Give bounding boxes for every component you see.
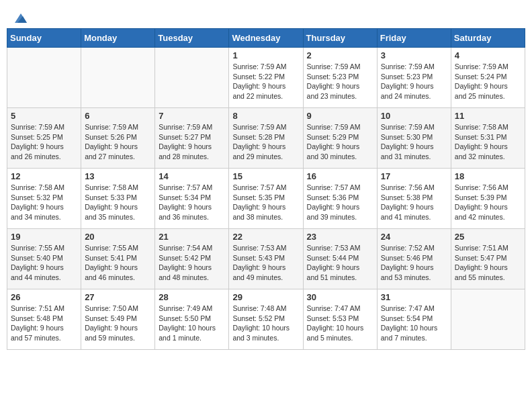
logo-icon <box>13 12 28 24</box>
calendar-cell: 12Sunrise: 7:58 AM Sunset: 5:32 PM Dayli… <box>7 169 81 229</box>
calendar-cell: 22Sunrise: 7:53 AM Sunset: 5:43 PM Dayli… <box>229 229 303 289</box>
weekday-header-tuesday: Tuesday <box>155 29 229 48</box>
day-info: Sunrise: 7:51 AM Sunset: 5:48 PM Dayligh… <box>11 304 77 343</box>
calendar-cell <box>81 48 155 108</box>
calendar-week-row: 26Sunrise: 7:51 AM Sunset: 5:48 PM Dayli… <box>7 289 525 350</box>
calendar-week-row: 19Sunrise: 7:55 AM Sunset: 5:40 PM Dayli… <box>7 229 525 289</box>
day-number: 13 <box>85 171 151 181</box>
day-number: 16 <box>307 171 373 181</box>
day-info: Sunrise: 7:55 AM Sunset: 5:40 PM Dayligh… <box>11 243 77 283</box>
calendar-cell: 10Sunrise: 7:59 AM Sunset: 5:30 PM Dayli… <box>377 108 451 169</box>
calendar-cell: 27Sunrise: 7:50 AM Sunset: 5:49 PM Dayli… <box>81 289 155 350</box>
day-info: Sunrise: 7:51 AM Sunset: 5:47 PM Dayligh… <box>455 243 521 283</box>
calendar-body: 1Sunrise: 7:59 AM Sunset: 5:22 PM Daylig… <box>7 48 525 350</box>
day-info: Sunrise: 7:49 AM Sunset: 5:50 PM Dayligh… <box>159 304 225 343</box>
weekday-header-monday: Monday <box>81 29 155 48</box>
day-number: 31 <box>381 292 447 302</box>
day-info: Sunrise: 7:59 AM Sunset: 5:26 PM Dayligh… <box>85 122 151 162</box>
day-number: 5 <box>11 111 77 121</box>
day-number: 10 <box>381 111 447 121</box>
day-number: 14 <box>159 171 225 181</box>
day-number: 9 <box>307 111 373 121</box>
day-info: Sunrise: 7:56 AM Sunset: 5:39 PM Dayligh… <box>455 183 521 222</box>
logo <box>13 12 28 24</box>
day-number: 30 <box>307 292 373 302</box>
calendar-week-row: 12Sunrise: 7:58 AM Sunset: 5:32 PM Dayli… <box>7 169 525 229</box>
calendar-cell: 25Sunrise: 7:51 AM Sunset: 5:47 PM Dayli… <box>451 229 525 289</box>
calendar-cell: 18Sunrise: 7:56 AM Sunset: 5:39 PM Dayli… <box>451 169 525 229</box>
calendar-cell: 14Sunrise: 7:57 AM Sunset: 5:34 PM Dayli… <box>155 169 229 229</box>
day-info: Sunrise: 7:59 AM Sunset: 5:23 PM Dayligh… <box>307 62 373 101</box>
calendar-cell: 4Sunrise: 7:59 AM Sunset: 5:24 PM Daylig… <box>451 48 525 108</box>
weekday-header-wednesday: Wednesday <box>229 29 303 48</box>
day-number: 17 <box>381 171 447 181</box>
calendar-cell: 23Sunrise: 7:53 AM Sunset: 5:44 PM Dayli… <box>303 229 377 289</box>
calendar-week-row: 1Sunrise: 7:59 AM Sunset: 5:22 PM Daylig… <box>7 48 525 108</box>
calendar-cell: 20Sunrise: 7:55 AM Sunset: 5:41 PM Dayli… <box>81 229 155 289</box>
day-info: Sunrise: 7:48 AM Sunset: 5:52 PM Dayligh… <box>232 304 299 343</box>
day-info: Sunrise: 7:59 AM Sunset: 5:27 PM Dayligh… <box>159 122 225 162</box>
day-info: Sunrise: 7:59 AM Sunset: 5:25 PM Dayligh… <box>11 122 77 162</box>
calendar-week-row: 5Sunrise: 7:59 AM Sunset: 5:25 PM Daylig… <box>7 108 525 169</box>
calendar-cell: 31Sunrise: 7:47 AM Sunset: 5:54 PM Dayli… <box>377 289 451 350</box>
day-info: Sunrise: 7:59 AM Sunset: 5:23 PM Dayligh… <box>381 62 447 101</box>
day-info: Sunrise: 7:59 AM Sunset: 5:22 PM Dayligh… <box>232 62 299 101</box>
day-number: 29 <box>232 292 299 302</box>
calendar-cell: 30Sunrise: 7:47 AM Sunset: 5:53 PM Dayli… <box>303 289 377 350</box>
weekday-header-saturday: Saturday <box>451 29 525 48</box>
day-info: Sunrise: 7:58 AM Sunset: 5:32 PM Dayligh… <box>11 183 77 222</box>
day-number: 3 <box>381 50 447 60</box>
day-info: Sunrise: 7:50 AM Sunset: 5:49 PM Dayligh… <box>85 304 151 343</box>
calendar-cell: 15Sunrise: 7:57 AM Sunset: 5:35 PM Dayli… <box>229 169 303 229</box>
day-info: Sunrise: 7:57 AM Sunset: 5:35 PM Dayligh… <box>232 183 299 222</box>
calendar-cell: 5Sunrise: 7:59 AM Sunset: 5:25 PM Daylig… <box>7 108 81 169</box>
day-number: 1 <box>232 50 299 60</box>
calendar-cell: 29Sunrise: 7:48 AM Sunset: 5:52 PM Dayli… <box>229 289 303 350</box>
day-info: Sunrise: 7:59 AM Sunset: 5:29 PM Dayligh… <box>307 122 373 162</box>
calendar-cell: 17Sunrise: 7:56 AM Sunset: 5:38 PM Dayli… <box>377 169 451 229</box>
day-number: 22 <box>232 232 299 242</box>
calendar-cell: 8Sunrise: 7:59 AM Sunset: 5:28 PM Daylig… <box>229 108 303 169</box>
day-number: 23 <box>307 232 373 242</box>
day-number: 7 <box>159 111 225 121</box>
weekday-header-sunday: Sunday <box>7 29 81 48</box>
calendar-table: SundayMondayTuesdayWednesdayThursdayFrid… <box>7 28 525 350</box>
day-info: Sunrise: 7:58 AM Sunset: 5:33 PM Dayligh… <box>85 183 151 222</box>
calendar-header-row: SundayMondayTuesdayWednesdayThursdayFrid… <box>7 29 525 48</box>
calendar-cell: 1Sunrise: 7:59 AM Sunset: 5:22 PM Daylig… <box>229 48 303 108</box>
calendar-cell: 11Sunrise: 7:58 AM Sunset: 5:31 PM Dayli… <box>451 108 525 169</box>
weekday-header-friday: Friday <box>377 29 451 48</box>
weekday-header-thursday: Thursday <box>303 29 377 48</box>
day-info: Sunrise: 7:54 AM Sunset: 5:42 PM Dayligh… <box>159 243 225 283</box>
day-number: 11 <box>455 111 521 121</box>
day-number: 25 <box>455 232 521 242</box>
day-number: 4 <box>455 50 521 60</box>
day-info: Sunrise: 7:59 AM Sunset: 5:30 PM Dayligh… <box>381 122 447 162</box>
day-info: Sunrise: 7:47 AM Sunset: 5:53 PM Dayligh… <box>307 304 373 343</box>
calendar-cell: 7Sunrise: 7:59 AM Sunset: 5:27 PM Daylig… <box>155 108 229 169</box>
calendar-cell: 21Sunrise: 7:54 AM Sunset: 5:42 PM Dayli… <box>155 229 229 289</box>
calendar-cell <box>7 48 81 108</box>
day-number: 18 <box>455 171 521 181</box>
day-info: Sunrise: 7:47 AM Sunset: 5:54 PM Dayligh… <box>381 304 447 343</box>
day-number: 6 <box>85 111 151 121</box>
day-info: Sunrise: 7:57 AM Sunset: 5:34 PM Dayligh… <box>159 183 225 222</box>
calendar-cell: 13Sunrise: 7:58 AM Sunset: 5:33 PM Dayli… <box>81 169 155 229</box>
day-info: Sunrise: 7:56 AM Sunset: 5:38 PM Dayligh… <box>381 183 447 222</box>
day-number: 21 <box>159 232 225 242</box>
day-info: Sunrise: 7:59 AM Sunset: 5:28 PM Dayligh… <box>232 122 299 162</box>
calendar-cell: 9Sunrise: 7:59 AM Sunset: 5:29 PM Daylig… <box>303 108 377 169</box>
calendar-cell: 28Sunrise: 7:49 AM Sunset: 5:50 PM Dayli… <box>155 289 229 350</box>
calendar-cell: 6Sunrise: 7:59 AM Sunset: 5:26 PM Daylig… <box>81 108 155 169</box>
day-info: Sunrise: 7:55 AM Sunset: 5:41 PM Dayligh… <box>85 243 151 283</box>
calendar-cell <box>451 289 525 350</box>
day-info: Sunrise: 7:53 AM Sunset: 5:43 PM Dayligh… <box>232 243 299 283</box>
day-number: 27 <box>85 292 151 302</box>
day-number: 19 <box>11 232 77 242</box>
page-header <box>7 7 525 28</box>
calendar-cell: 24Sunrise: 7:52 AM Sunset: 5:46 PM Dayli… <box>377 229 451 289</box>
calendar-cell: 16Sunrise: 7:57 AM Sunset: 5:36 PM Dayli… <box>303 169 377 229</box>
calendar-cell: 19Sunrise: 7:55 AM Sunset: 5:40 PM Dayli… <box>7 229 81 289</box>
day-number: 28 <box>159 292 225 302</box>
calendar-cell: 26Sunrise: 7:51 AM Sunset: 5:48 PM Dayli… <box>7 289 81 350</box>
